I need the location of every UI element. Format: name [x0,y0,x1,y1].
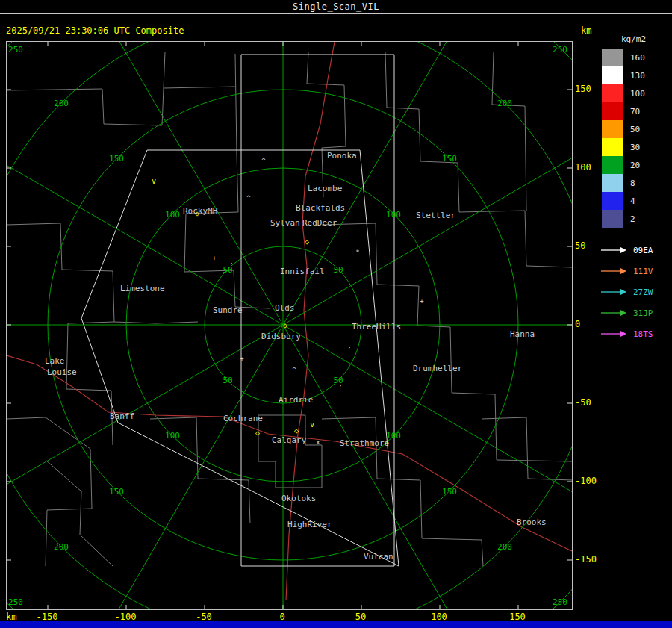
colorbar-row: 130 [597,66,672,84]
city-label: Banff [110,411,134,421]
bottom-axis-unit: km [6,612,16,622]
city-label: HighRiver [287,520,332,529]
right-axis-value: -100 [575,476,606,486]
track-id-label: 18TS [633,329,653,339]
bottom-axis-value: -100 [109,612,142,622]
colorbar-swatch [602,120,623,138]
colorbar-value: 70 [630,107,640,116]
colorbar-swatch [602,174,623,192]
city-label: Hanna [510,329,535,339]
city-label: Lacombe [308,184,342,193]
city-label: Vulcan [364,552,393,562]
colorbar-value: 8 [630,178,635,188]
range-label: 250 [553,45,567,55]
radar-site-marker: ◇ [283,321,287,329]
colorbar-value: 130 [630,71,645,81]
map-mark: · [338,382,342,390]
city-label: Ponoka [327,151,357,161]
colorbar-value: 4 [630,196,635,206]
city-label: Innisfail [280,267,325,276]
radar-plot[interactable]: 5010015020025050100150200250501001502002… [6,41,573,610]
city-label: Strathmore [340,438,389,448]
colorbar-swatch [602,192,623,210]
city-label: Louise [47,367,77,377]
city-label: Olds [275,303,295,313]
map-mark: + [420,297,424,305]
map-mark: · [229,260,233,267]
range-label: 200 [54,542,69,552]
colorbar-row: 2 [597,210,672,228]
radar-site-marker: ◇ [305,237,309,246]
range-label: 250 [553,597,567,607]
track-row: 09EA [600,240,672,261]
city-label: Brooks [517,517,547,527]
map-mark: ^ [261,157,266,164]
bottom-axis-value: -150 [31,612,63,622]
titlebar: Single_Scan_VIL [0,0,672,14]
range-label: 50 [223,376,232,385]
scan-area-outline [241,55,394,566]
city-label: Stettler [416,211,455,220]
track-row: 111V [600,261,672,282]
county-boundary-line [114,322,198,323]
range-label: 250 [8,597,23,607]
colorbar-swatch [602,156,623,174]
highway-line [286,42,335,600]
track-arrow-icon [600,308,627,317]
city-label: Airdrie [279,395,313,405]
city-label: Sylvan [270,218,300,228]
range-label: 150 [109,154,124,164]
map-mark: ^ [292,366,296,373]
county-boundary-line [307,52,346,197]
track-id-label: 111V [633,267,653,276]
colorbar-swatch [602,66,623,84]
range-label: 150 [109,487,124,497]
window-title: Single_Scan_VIL [293,1,379,12]
city-label: Sundre [213,305,243,315]
colorbar-row: 20 [597,156,672,174]
bottom-axis-value: 100 [423,612,455,622]
colorbar-swatch [602,84,623,102]
city-label: RockyMH [183,206,217,216]
track-row: 18TS [600,323,672,344]
bottom-axis-value: 0 [266,612,299,622]
right-axis-unit: km [581,25,591,36]
colorbar-swatch [602,49,623,66]
colorbar-value: 2 [630,214,635,224]
county-boundary-line [417,326,572,461]
map-mark: * [355,249,359,256]
range-label: 100 [165,210,180,220]
radar-site-marker: ◇ [294,426,299,435]
county-boundary-line [184,270,270,308]
colorbar-row: 4 [597,192,672,210]
right-axis-value: -150 [575,554,606,565]
map-mark: + [212,254,217,261]
track-row: 27ZW [600,282,672,302]
bottom-axis-value: -50 [187,612,220,622]
range-label: 150 [442,487,457,497]
map-mark: x [316,438,320,446]
map-mark: ^ [246,194,251,202]
county-boundary-line [459,211,572,267]
county-boundary-line [164,52,165,88]
city-label: ThreeHills [352,322,401,332]
right-axis-value: -50 [575,397,606,408]
range-label: 100 [165,431,180,441]
colorbar-value: 160 [630,53,645,63]
colorbar-value: 100 [630,89,645,99]
colorbar-value: 20 [630,161,640,170]
colorbar-row: 50 [597,120,672,138]
colorbar-swatch [602,210,623,228]
city-label: Blackfalds [296,203,345,213]
range-label: 250 [8,45,23,55]
range-label: 200 [497,542,512,552]
bottom-axis-value: 150 [501,612,534,622]
colorbar-row: 160 [597,49,672,66]
colorbar-row: 8 [597,174,672,192]
city-label: Didsbury [261,332,301,341]
colorbar-value: 50 [630,125,640,134]
track-id-label: 31JP [633,308,653,318]
colorbar-value: 30 [630,143,640,152]
radar-site-marker: ◇ [255,429,260,437]
range-label: 100 [386,210,401,220]
